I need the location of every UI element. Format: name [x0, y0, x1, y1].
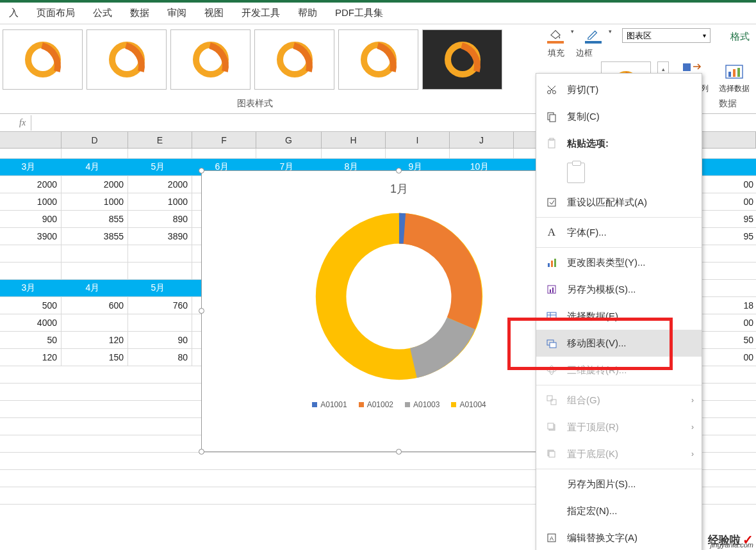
chart-element-select[interactable]: 图表区 ▾	[622, 28, 711, 43]
ctx-copy[interactable]: 复制(C)	[536, 103, 702, 130]
fill-control[interactable]	[541, 28, 570, 44]
format-label: 格式	[730, 31, 750, 43]
tab-formulas[interactable]: 公式	[84, 3, 121, 24]
rotate-3d-icon	[545, 364, 558, 376]
svg-rect-20	[547, 312, 556, 320]
tab-review[interactable]: 审阅	[158, 3, 195, 24]
border-dropdown-icon[interactable]: ▾	[609, 28, 612, 35]
chart-style-5[interactable]	[338, 29, 418, 90]
legend-label: A01004	[459, 400, 486, 409]
ctx-assign-macro[interactable]: 指定宏(N)...	[536, 497, 702, 524]
legend-label: A01001	[320, 400, 347, 409]
col-header-g[interactable]: G	[256, 132, 322, 148]
data-group-label: 数据	[719, 98, 737, 109]
chart-style-3[interactable]	[170, 29, 251, 90]
resize-handle[interactable]	[199, 308, 204, 314]
chart-styles-label: 图表样式	[237, 98, 273, 109]
tab-data[interactable]: 数据	[121, 3, 158, 24]
pen-icon	[586, 28, 600, 40]
doughnut-chart[interactable]	[309, 207, 489, 386]
fill-dropdown-icon[interactable]: ▾	[571, 28, 574, 35]
ctx-select-data[interactable]: 选择数据(E)...	[536, 303, 702, 330]
tab-pdf-tools[interactable]: PDF工具集	[326, 3, 392, 24]
border-label: 边框	[571, 47, 597, 59]
table1-hdr-0[interactable]: 3月	[0, 159, 62, 175]
svg-rect-14	[548, 263, 550, 267]
svg-rect-11	[548, 140, 555, 148]
table1-hdr-1[interactable]: 4月	[62, 159, 128, 175]
legend-swatch	[405, 402, 410, 407]
chevron-right-icon: ›	[691, 449, 694, 458]
paint-bucket-icon	[548, 28, 563, 40]
col-header-d[interactable]: D	[62, 132, 128, 148]
copy-icon	[545, 110, 558, 123]
ctx-paste-special[interactable]	[536, 157, 702, 189]
select-data-icon	[723, 61, 745, 83]
svg-rect-0	[683, 63, 691, 71]
ctx-save-picture[interactable]: 另存为图片(S)...	[536, 471, 702, 497]
ctx-cut[interactable]: 剪切(T)	[536, 76, 702, 103]
ribbon-tabs: 入 页面布局 公式 数据 审阅 视图 开发工具 帮助 PDF工具集	[0, 3, 756, 24]
svg-rect-13	[548, 198, 555, 206]
tab-page-layout[interactable]: 页面布局	[28, 3, 84, 24]
chevron-right-icon: ›	[691, 423, 694, 432]
svg-point-7	[548, 91, 551, 94]
col-header-e[interactable]: E	[128, 132, 192, 148]
svg-rect-24	[550, 343, 556, 348]
chart-style-4[interactable]	[254, 29, 334, 90]
resize-handle[interactable]	[396, 168, 402, 174]
legend-swatch	[359, 402, 364, 407]
chevron-right-icon: ›	[691, 396, 694, 405]
paste-icon	[567, 163, 585, 183]
template-icon	[545, 283, 558, 296]
resize-handle[interactable]	[199, 449, 204, 455]
svg-rect-17	[548, 286, 555, 293]
col-header-i[interactable]: I	[386, 132, 450, 148]
col-header-j[interactable]: J	[450, 132, 514, 148]
watermark: 经验啦 ✓ jingyanla.com	[708, 532, 753, 547]
legend-swatch	[451, 402, 456, 407]
col-header-f[interactable]: F	[192, 132, 256, 148]
col-header-h[interactable]: H	[322, 132, 386, 148]
chevron-down-icon: ▾	[703, 32, 706, 39]
fx-icon[interactable]: fx	[19, 118, 26, 128]
svg-rect-19	[552, 287, 554, 293]
move-chart-icon	[545, 337, 558, 350]
svg-text:A: A	[550, 535, 554, 542]
ctx-edit-alt[interactable]: A编辑替换文字(A)	[536, 524, 702, 550]
svg-point-8	[553, 91, 556, 94]
chart-style-6[interactable]	[422, 29, 502, 90]
select-data-icon	[545, 310, 558, 323]
ctx-save-template[interactable]: 另存为模板(S)...	[536, 276, 702, 303]
tab-developer[interactable]: 开发工具	[233, 3, 289, 24]
svg-rect-27	[547, 396, 552, 401]
ctx-group: 组合(G)›	[536, 387, 702, 414]
chart-element-value: 图表区	[627, 30, 652, 42]
ctx-paste-options: 粘贴选项:	[536, 130, 702, 157]
col-header-c[interactable]	[0, 132, 62, 148]
resize-handle[interactable]	[199, 168, 204, 174]
legend-swatch	[312, 402, 317, 407]
bring-front-icon	[545, 421, 558, 433]
svg-rect-4	[733, 69, 735, 77]
chart-type-icon	[545, 256, 558, 269]
chart-style-1[interactable]	[3, 29, 83, 90]
tab-help[interactable]: 帮助	[289, 3, 326, 24]
fill-label: 填充	[543, 47, 569, 59]
chart-style-2[interactable]	[86, 29, 167, 90]
border-control[interactable]	[579, 28, 607, 44]
resize-handle[interactable]	[396, 449, 402, 455]
ctx-reset-style[interactable]: 重设以匹配样式(A)	[536, 189, 702, 216]
table1-hdr-2[interactable]: 5月	[128, 159, 192, 175]
tab-view[interactable]: 视图	[195, 3, 233, 24]
legend-label: A01003	[413, 400, 440, 409]
ctx-change-chart-type[interactable]: 更改图表类型(Y)...	[536, 249, 702, 276]
ctx-font[interactable]: A字体(F)...	[536, 219, 702, 246]
ctx-move-chart[interactable]: 移动图表(V)...	[536, 330, 702, 357]
fill-color-swatch	[547, 41, 564, 44]
svg-rect-15	[551, 261, 553, 267]
svg-rect-10	[550, 115, 555, 122]
alt-text-icon: A	[545, 531, 558, 544]
tab-insert-frag[interactable]: 入	[0, 3, 28, 24]
font-icon: A	[545, 226, 558, 239]
